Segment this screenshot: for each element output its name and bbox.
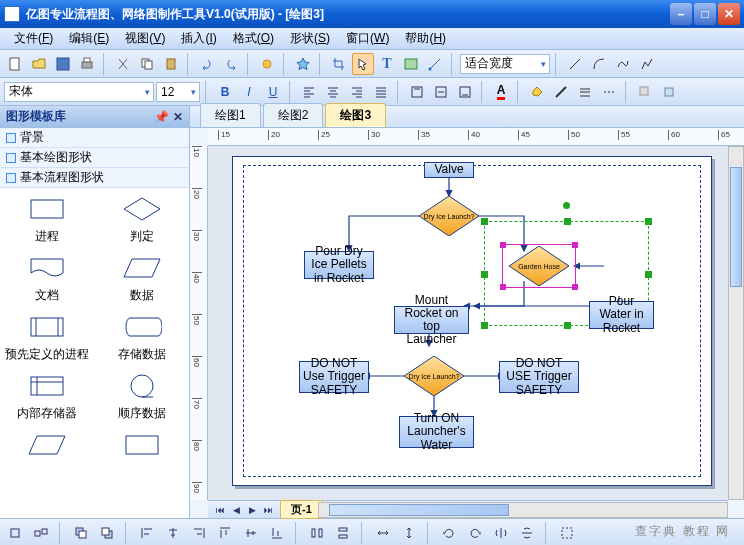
select-tool-button[interactable] <box>352 53 374 75</box>
valign-bottom-button[interactable] <box>454 81 476 103</box>
arrange-1[interactable] <box>70 522 92 544</box>
line-tool[interactable] <box>564 53 586 75</box>
shape-stencil-internal[interactable]: 内部存储器 <box>2 371 93 422</box>
node-donot1[interactable]: DO NOT Use Trigger SAFETY <box>299 361 369 393</box>
page-tab[interactable]: 页-1 <box>280 500 323 519</box>
crop-button[interactable] <box>328 53 350 75</box>
node-pour-dryice[interactable]: Pour Dry Ice Pellets in Rocket <box>304 251 374 279</box>
valign-top-button[interactable] <box>406 81 428 103</box>
print-button[interactable] <box>76 53 98 75</box>
shape-stencil-rect[interactable]: 进程 <box>2 194 93 245</box>
flip-h[interactable] <box>490 522 512 544</box>
align-right-button[interactable] <box>346 81 368 103</box>
menu-f[interactable]: 文件(F) <box>6 28 61 49</box>
node-decision2[interactable]: Dry Ice Launch? <box>404 356 464 396</box>
scrollbar-vertical[interactable] <box>728 146 744 500</box>
dist-1[interactable] <box>306 522 328 544</box>
tab-drawing-2[interactable]: 绘图2 <box>263 103 324 127</box>
align-justify-button[interactable] <box>370 81 392 103</box>
new-button[interactable] <box>4 53 26 75</box>
open-button[interactable] <box>28 53 50 75</box>
node-garden-hose[interactable]: Garden Hose <box>509 246 569 286</box>
sidebar-close-icon[interactable]: ✕ <box>173 110 183 124</box>
shape-stencil-diamond[interactable]: 判定 <box>97 194 188 245</box>
dist-2[interactable] <box>332 522 354 544</box>
scrollbar-horizontal[interactable] <box>318 502 728 518</box>
size-1[interactable] <box>372 522 394 544</box>
size-2[interactable] <box>398 522 420 544</box>
font-color-button[interactable]: A <box>490 81 512 103</box>
align-center-button[interactable] <box>322 81 344 103</box>
node-mount-rocket[interactable]: Mount Rocket on top Launcher <box>394 306 469 334</box>
line-dash-button[interactable] <box>598 81 620 103</box>
page-last-button[interactable]: ⏭ <box>260 505 276 515</box>
bt-2[interactable] <box>30 522 52 544</box>
bold-button[interactable]: B <box>214 82 236 102</box>
maximize-button[interactable]: □ <box>694 3 716 25</box>
connector-button[interactable] <box>424 53 446 75</box>
shape-stencil-para[interactable]: 数据 <box>97 253 188 304</box>
polyline-tool[interactable] <box>636 53 658 75</box>
rotate-1[interactable] <box>438 522 460 544</box>
flip-v[interactable] <box>516 522 538 544</box>
menu-i[interactable]: 插入(I) <box>173 28 224 49</box>
page-next-button[interactable]: ▶ <box>244 505 260 515</box>
bt-1[interactable] <box>4 522 26 544</box>
shape-stencil-extra-0[interactable] <box>2 430 93 460</box>
sidebar-category-0[interactable]: 背景 <box>0 128 189 148</box>
spray-button[interactable] <box>256 53 278 75</box>
shape-stencil-predef[interactable]: 预先定义的进程 <box>2 312 93 363</box>
arc-tool[interactable] <box>588 53 610 75</box>
align-6[interactable] <box>266 522 288 544</box>
sidebar-category-1[interactable]: 基本绘图形状 <box>0 148 189 168</box>
valign-middle-button[interactable] <box>430 81 452 103</box>
menu-v[interactable]: 视图(V) <box>117 28 173 49</box>
shape-stencil-extra-1[interactable] <box>97 430 188 460</box>
node-pour-water[interactable]: Pour Water in Rocket <box>589 301 654 329</box>
shape-stencil-circle[interactable]: 顺序数据 <box>97 371 188 422</box>
page-prev-button[interactable]: ◀ <box>228 505 244 515</box>
text-tool-button[interactable]: T <box>376 53 398 75</box>
minimize-button[interactable]: – <box>670 3 692 25</box>
menu-w[interactable]: 窗口(W) <box>338 28 397 49</box>
tab-drawing-1[interactable]: 绘图1 <box>200 103 261 127</box>
undo-button[interactable] <box>196 53 218 75</box>
line-color-button[interactable] <box>550 81 572 103</box>
menu-e[interactable]: 编辑(E) <box>61 28 117 49</box>
page-first-button[interactable]: ⏮ <box>212 505 228 515</box>
align-4[interactable] <box>214 522 236 544</box>
align-left-button[interactable] <box>298 81 320 103</box>
menu-h[interactable]: 帮助(H) <box>397 28 454 49</box>
cut-button[interactable] <box>112 53 134 75</box>
group-button[interactable] <box>556 522 578 544</box>
rotate-2[interactable] <box>464 522 486 544</box>
align-3[interactable] <box>188 522 210 544</box>
fill-button[interactable] <box>526 81 548 103</box>
zoom-combo[interactable]: 适合宽度 <box>460 54 550 74</box>
image-button[interactable] <box>400 53 422 75</box>
redo-button[interactable] <box>220 53 242 75</box>
font-size-combo[interactable]: 12 <box>156 82 200 102</box>
line-weight-button[interactable] <box>574 81 596 103</box>
font-combo[interactable]: 宋体 <box>4 82 154 102</box>
arrange-2[interactable] <box>96 522 118 544</box>
node-turnon[interactable]: Turn ON Launcher's Water <box>399 416 474 448</box>
close-button[interactable]: ✕ <box>718 3 740 25</box>
save-button[interactable] <box>52 53 74 75</box>
paste-button[interactable] <box>160 53 182 75</box>
tab-drawing-3[interactable]: 绘图3 <box>325 103 386 127</box>
shadow-button[interactable] <box>634 81 656 103</box>
align-1[interactable] <box>136 522 158 544</box>
drawing-page[interactable]: Valve Dry Ice Launch? Pour Dry Ice Pelle… <box>232 156 712 486</box>
transparency-button[interactable] <box>658 81 680 103</box>
curve-tool[interactable] <box>612 53 634 75</box>
underline-button[interactable]: U <box>262 82 284 102</box>
align-2[interactable] <box>162 522 184 544</box>
copy-button[interactable] <box>136 53 158 75</box>
sidebar-pin-icon[interactable]: 📌 <box>154 110 169 124</box>
node-valve[interactable]: Valve <box>424 162 474 178</box>
star-icon[interactable] <box>292 53 314 75</box>
shape-stencil-doc[interactable]: 文档 <box>2 253 93 304</box>
menu-o[interactable]: 格式(O) <box>225 28 282 49</box>
viewport[interactable]: Valve Dry Ice Launch? Pour Dry Ice Pelle… <box>208 146 728 500</box>
